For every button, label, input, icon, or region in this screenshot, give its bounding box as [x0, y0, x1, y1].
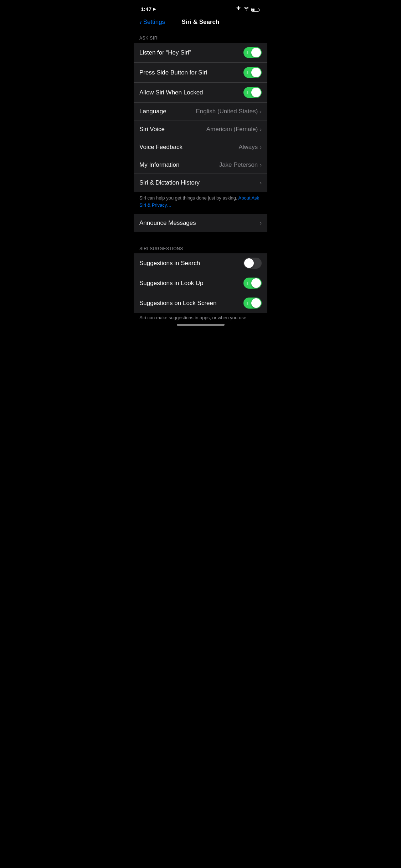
announce-messages-group: Announce Messages ›	[134, 214, 267, 232]
back-button[interactable]: ‹ Settings	[139, 19, 165, 26]
wifi-icon	[243, 6, 249, 12]
announce-messages-row[interactable]: Announce Messages ›	[134, 214, 267, 232]
voice-feedback-right: Always ›	[238, 144, 262, 151]
language-right: English (United States) ›	[196, 108, 262, 115]
toggle-knob	[251, 278, 261, 288]
siri-voice-label: Siri Voice	[139, 126, 206, 133]
location-icon: ▶	[153, 7, 156, 11]
voice-feedback-row[interactable]: Voice Feedback Always ›	[134, 138, 267, 156]
siri-voice-chevron-icon: ›	[260, 126, 262, 132]
language-chevron-icon: ›	[260, 109, 262, 114]
siri-locked-row[interactable]: Allow Siri When Locked I	[134, 83, 267, 103]
toggle-knob	[251, 48, 261, 57]
bottom-note: Siri can make suggestions in apps, or wh…	[134, 313, 267, 321]
language-label: Language	[139, 108, 196, 115]
toggle-knob	[251, 88, 261, 97]
announce-messages-chevron-icon: ›	[260, 220, 262, 226]
toggle-knob	[251, 68, 261, 77]
toggle-on-label: I	[247, 301, 248, 305]
back-label: Settings	[143, 19, 165, 26]
siri-suggestions-header: SIRI SUGGESTIONS	[134, 241, 267, 253]
side-button-toggle[interactable]: I	[243, 67, 262, 78]
suggestions-lookup-label: Suggestions in Look Up	[139, 280, 243, 287]
suggestions-lookup-row[interactable]: Suggestions in Look Up I	[134, 273, 267, 293]
language-row[interactable]: Language English (United States) ›	[134, 103, 267, 120]
status-icons	[236, 6, 260, 12]
dictation-history-label: Siri & Dictation History	[139, 179, 260, 186]
dictation-history-chevron-icon: ›	[260, 180, 262, 186]
my-information-value: Jake Peterson	[219, 161, 258, 169]
toggle-on-label: I	[247, 281, 248, 285]
siri-locked-toggle[interactable]: I	[243, 87, 262, 98]
footer-text: Siri can help you get things done just b…	[139, 195, 237, 201]
hey-siri-row[interactable]: Listen for “Hey Siri” I	[134, 43, 267, 63]
siri-voice-row[interactable]: Siri Voice American (Female) ›	[134, 120, 267, 138]
time-label: 1:47	[141, 6, 151, 12]
airplane-icon	[236, 6, 241, 12]
ask-siri-footer: Siri can help you get things done just b…	[134, 192, 267, 214]
hey-siri-label: Listen for “Hey Siri”	[139, 49, 243, 56]
my-information-right: Jake Peterson ›	[219, 161, 262, 169]
home-bar	[177, 324, 225, 326]
language-value: English (United States)	[196, 108, 258, 115]
group-spacer	[134, 232, 267, 241]
siri-locked-label: Allow Siri When Locked	[139, 89, 243, 96]
siri-voice-right: American (Female) ›	[206, 126, 262, 133]
toggle-on-label: I	[247, 51, 248, 55]
my-information-label: My Information	[139, 161, 219, 169]
voice-feedback-value: Always	[238, 144, 258, 151]
side-button-row[interactable]: Press Side Button for Siri I	[134, 63, 267, 83]
hey-siri-toggle[interactable]: I	[243, 47, 262, 58]
back-chevron-icon: ‹	[139, 19, 142, 26]
voice-feedback-chevron-icon: ›	[260, 144, 262, 150]
suggestions-lockscreen-toggle[interactable]: I	[243, 298, 262, 309]
status-bar: 1:47 ▶	[134, 0, 267, 16]
suggestions-lookup-toggle[interactable]: I	[243, 278, 262, 289]
siri-suggestions-group: Suggestions in Search Suggestions in Loo…	[134, 253, 267, 313]
voice-feedback-label: Voice Feedback	[139, 144, 238, 151]
suggestions-search-toggle[interactable]	[243, 258, 262, 269]
page-title: Siri & Search	[182, 19, 220, 26]
suggestions-search-row[interactable]: Suggestions in Search	[134, 253, 267, 273]
toggle-on-label: I	[247, 91, 248, 95]
toggle-on-label: I	[247, 71, 248, 75]
status-time: 1:47 ▶	[141, 6, 156, 12]
announce-messages-label: Announce Messages	[139, 219, 260, 227]
dictation-history-row[interactable]: Siri & Dictation History ›	[134, 174, 267, 192]
nav-bar: ‹ Settings Siri & Search	[134, 16, 267, 30]
bottom-note-text: Siri can make suggestions in apps, or wh…	[139, 315, 246, 320]
dictation-history-right: ›	[260, 180, 262, 186]
home-indicator	[134, 321, 267, 328]
side-button-label: Press Side Button for Siri	[139, 69, 243, 76]
ask-siri-group: Listen for “Hey Siri” I Press Side Butto…	[134, 43, 267, 192]
ask-siri-header: ASK SIRI	[134, 30, 267, 43]
my-information-chevron-icon: ›	[260, 162, 262, 168]
siri-voice-value: American (Female)	[206, 126, 258, 133]
toggle-knob	[244, 258, 254, 268]
battery-icon	[251, 6, 260, 12]
toggle-knob	[251, 298, 261, 308]
suggestions-lockscreen-row[interactable]: Suggestions on Lock Screen I	[134, 293, 267, 313]
announce-messages-right: ›	[260, 220, 262, 226]
suggestions-lockscreen-label: Suggestions on Lock Screen	[139, 300, 243, 307]
my-information-row[interactable]: My Information Jake Peterson ›	[134, 156, 267, 174]
suggestions-search-label: Suggestions in Search	[139, 260, 243, 267]
